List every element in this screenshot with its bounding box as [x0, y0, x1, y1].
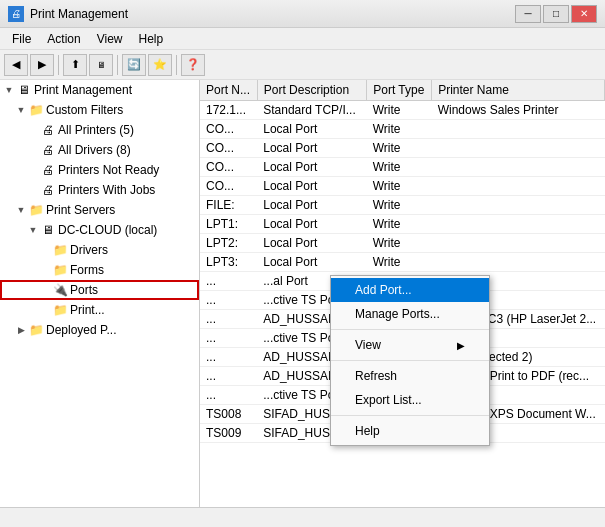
tree-item-drivers[interactable]: 📁 Drivers	[0, 240, 199, 260]
cell-port: CO...	[200, 158, 257, 177]
back-button[interactable]: ◀	[4, 54, 28, 76]
toolbar: ◀ ▶ ⬆ 🖥 🔄 ⭐ ❓	[0, 50, 605, 80]
tree-panel: ▼ 🖥 Print Management ▼ 📁 Custom Filters …	[0, 80, 200, 507]
tree-label-ports: Ports	[70, 283, 98, 297]
context-menu: Add Port... Manage Ports... View ▶ Refre…	[330, 275, 490, 446]
cell-port: 172.1...	[200, 101, 257, 120]
cell-port: FILE:	[200, 196, 257, 215]
tree-label-all-drivers: All Drivers (8)	[58, 143, 131, 157]
folder-icon-print2: 📁	[52, 302, 68, 318]
show-tree-button[interactable]: 🖥	[89, 54, 113, 76]
forward-button[interactable]: ▶	[30, 54, 54, 76]
expand-dc-cloud: ▼	[28, 225, 38, 235]
tree-item-dc-cloud[interactable]: ▼ 🖥 DC-CLOUD (local)	[0, 220, 199, 240]
cell-desc: Local Port	[257, 120, 366, 139]
tree-item-all-printers[interactable]: 🖨 All Printers (5)	[0, 120, 199, 140]
table-row[interactable]: CO...Local PortWrite	[200, 158, 605, 177]
expand-print-servers: ▼	[16, 205, 26, 215]
tree-item-deployed[interactable]: ▶ 📁 Deployed P...	[0, 320, 199, 340]
ctx-sep-1	[331, 329, 489, 330]
help-button[interactable]: ❓	[181, 54, 205, 76]
col-printer-name[interactable]: Printer Name	[432, 80, 605, 101]
expand-with-jobs	[28, 185, 38, 195]
cell-desc: Local Port	[257, 196, 366, 215]
expand-print2	[40, 305, 50, 315]
tree-item-ports[interactable]: 🔌 Ports	[0, 280, 199, 300]
expand-not-ready	[28, 165, 38, 175]
cell-printer	[432, 215, 605, 234]
table-row[interactable]: LPT2:Local PortWrite	[200, 234, 605, 253]
cell-port: ...	[200, 291, 257, 310]
cell-printer	[432, 139, 605, 158]
tree-label-custom-filters: Custom Filters	[46, 103, 123, 117]
menu-file[interactable]: File	[4, 30, 39, 48]
printer-icon-all: 🖨	[40, 122, 56, 138]
col-port-name[interactable]: Port N...	[200, 80, 257, 101]
printer-icon-not-ready: 🖨	[40, 162, 56, 178]
ctx-export-list[interactable]: Export List...	[331, 388, 489, 412]
cell-printer	[432, 253, 605, 272]
col-port-desc[interactable]: Port Description	[257, 80, 366, 101]
cell-desc: Local Port	[257, 139, 366, 158]
table-row[interactable]: LPT3:Local PortWrite	[200, 253, 605, 272]
table-row[interactable]: CO...Local PortWrite	[200, 139, 605, 158]
cell-type: Write	[367, 101, 432, 120]
tree-label-deployed: Deployed P...	[46, 323, 117, 337]
cell-type: Write	[367, 177, 432, 196]
cell-desc: Local Port	[257, 215, 366, 234]
cell-port: LPT1:	[200, 215, 257, 234]
maximize-button[interactable]: □	[543, 5, 569, 23]
table-row[interactable]: CO...Local PortWrite	[200, 120, 605, 139]
col-port-type[interactable]: Port Type	[367, 80, 432, 101]
ctx-manage-ports[interactable]: Manage Ports...	[331, 302, 489, 326]
ctx-view[interactable]: View ▶	[331, 333, 489, 357]
cell-port: TS008	[200, 405, 257, 424]
cell-desc: Local Port	[257, 234, 366, 253]
refresh-button[interactable]: 🔄	[122, 54, 146, 76]
export-button[interactable]: ⭐	[148, 54, 172, 76]
cell-port: ...	[200, 386, 257, 405]
tree-label-print-servers: Print Servers	[46, 203, 115, 217]
tree-item-print2[interactable]: 📁 Print...	[0, 300, 199, 320]
expand-drivers	[40, 245, 50, 255]
menu-action[interactable]: Action	[39, 30, 88, 48]
ctx-refresh[interactable]: Refresh	[331, 364, 489, 388]
status-bar	[0, 507, 605, 527]
cell-desc: Local Port	[257, 253, 366, 272]
ctx-add-port[interactable]: Add Port...	[331, 278, 489, 302]
cell-port: LPT2:	[200, 234, 257, 253]
cell-type: Write	[367, 215, 432, 234]
tree-item-custom-filters[interactable]: ▼ 📁 Custom Filters	[0, 100, 199, 120]
tree-item-printers-with-jobs[interactable]: 🖨 Printers With Jobs	[0, 180, 199, 200]
cell-type: Write	[367, 196, 432, 215]
folder-icon-servers: 📁	[28, 202, 44, 218]
table-row[interactable]: LPT1:Local PortWrite	[200, 215, 605, 234]
ctx-sep-2	[331, 360, 489, 361]
expand-forms	[40, 265, 50, 275]
ctx-view-label: View	[355, 338, 381, 352]
cell-type: Write	[367, 120, 432, 139]
minimize-button[interactable]: ─	[515, 5, 541, 23]
menu-bar: File Action View Help	[0, 28, 605, 50]
table-row[interactable]: FILE:Local PortWrite	[200, 196, 605, 215]
cell-port: ...	[200, 272, 257, 291]
table-row[interactable]: 172.1...Standard TCP/I...WriteWindows Sa…	[200, 101, 605, 120]
cell-printer	[432, 196, 605, 215]
table-row[interactable]: CO...Local PortWrite	[200, 177, 605, 196]
tree-item-printers-not-ready[interactable]: 🖨 Printers Not Ready	[0, 160, 199, 180]
ctx-view-arrow: ▶	[457, 340, 465, 351]
expand-custom-filters: ▼	[16, 105, 26, 115]
tree-item-forms[interactable]: 📁 Forms	[0, 260, 199, 280]
tree-item-all-drivers[interactable]: 🖨 All Drivers (8)	[0, 140, 199, 160]
folder-icon-deployed: 📁	[28, 322, 44, 338]
menu-view[interactable]: View	[89, 30, 131, 48]
ctx-help[interactable]: Help	[331, 419, 489, 443]
toolbar-sep-3	[176, 55, 177, 75]
tree-item-print-servers[interactable]: ▼ 📁 Print Servers	[0, 200, 199, 220]
toolbar-sep-1	[58, 55, 59, 75]
cell-port: ...	[200, 367, 257, 386]
tree-item-print-management[interactable]: ▼ 🖥 Print Management	[0, 80, 199, 100]
menu-help[interactable]: Help	[131, 30, 172, 48]
up-button[interactable]: ⬆	[63, 54, 87, 76]
close-button[interactable]: ✕	[571, 5, 597, 23]
